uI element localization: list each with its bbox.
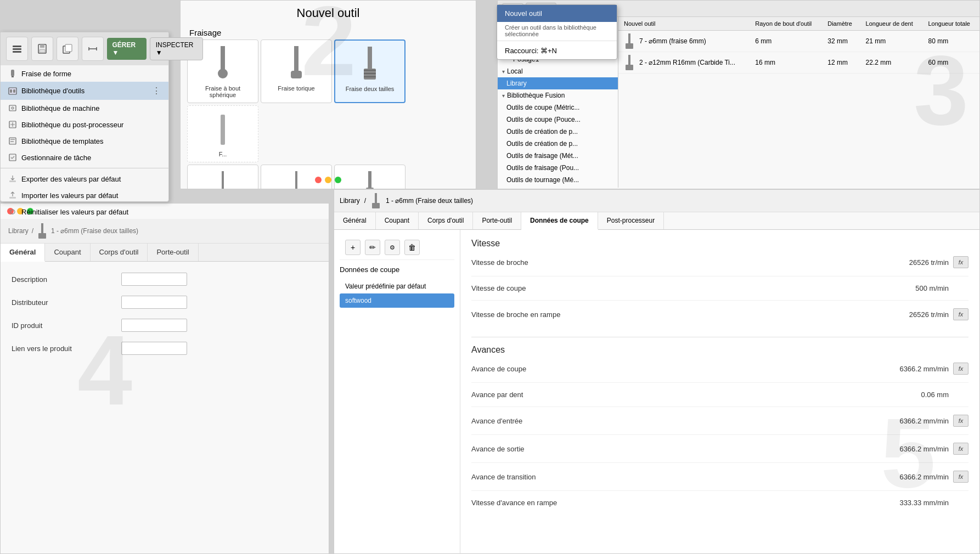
fx-btn-avance-0[interactable]: fx <box>953 363 968 375</box>
sidebar-item-bibliotheque-post[interactable]: Bibliothèque du post-processeur <box>1 116 168 133</box>
longueur-dent-2: 22.2 mm <box>860 52 923 74</box>
fx-btn-vitesse-0[interactable]: fx <box>953 256 968 268</box>
sidebar-item-reinitialiser[interactable]: Réinitialiser les valeurs par défaut <box>1 203 168 220</box>
input-id-produit[interactable] <box>121 319 187 332</box>
tl-yellow[interactable] <box>325 177 331 183</box>
tree-item-coupe-metrique[interactable]: Outils de coupe (Métric... <box>498 101 618 114</box>
avance-row-0: Avance de coupe 6366.2 mm/min fx <box>471 363 968 383</box>
vitesse-rows: Vitesse de broche 26526 tr/min fx Vitess… <box>471 256 968 328</box>
table-row-1[interactable]: 7 - ⌀6mm (fraise 6mm) 6 mm 32 mm 21 mm 8… <box>618 31 979 52</box>
tree-item-creation2[interactable]: Outils de création de p... <box>498 138 618 150</box>
preset-default[interactable]: Valeur prédéfinie par défaut <box>340 279 454 293</box>
col-diametre[interactable]: Diamètre <box>822 17 860 31</box>
svg-rect-57 <box>38 233 46 239</box>
svg-rect-25 <box>221 46 225 71</box>
tree-item-tournage-po[interactable]: Outils de tournage (Po... <box>498 186 618 188</box>
tab-corps[interactable]: Corps d'outil <box>91 244 148 261</box>
tree-item-library[interactable]: Library <box>498 77 618 89</box>
tab-porte-outil[interactable]: Porte-outil <box>148 244 198 261</box>
label-description: Description <box>12 275 121 284</box>
br-tab-general[interactable]: Général <box>334 212 376 229</box>
toolbar-btn-measure[interactable] <box>82 37 104 61</box>
col-rayon[interactable]: Rayon de bout d'outil <box>750 17 822 31</box>
toolbar-btn-save[interactable] <box>31 37 53 61</box>
fx-btn-avance-3[interactable]: fx <box>953 443 968 455</box>
inspecter-dropdown[interactable]: INSPECTER ▼ <box>150 37 204 60</box>
avance-val-0: 6366.2 mm/min <box>883 365 949 373</box>
col-longueur-dent[interactable]: Longueur de dent <box>860 17 923 31</box>
delete-btn[interactable]: 🗑 <box>404 240 420 255</box>
svg-rect-21 <box>10 141 14 142</box>
tl-red[interactable] <box>315 177 322 183</box>
table-panel: Nouvel outil Rayon de bout d'outil Diamè… <box>618 17 979 188</box>
popup-item-raccourci[interactable]: Raccourci: ⌘+N <box>497 42 617 59</box>
tl-green[interactable] <box>335 177 341 183</box>
sidebar-item-bibliotheque-outils[interactable]: Bibliothèque d'outils ⋮ <box>1 82 168 100</box>
toolbar-btn-gérer[interactable] <box>6 37 28 61</box>
form-body: Description Distributeur ID produit Lien… <box>1 262 329 376</box>
avance-val-1: 0.06 mm <box>883 391 949 399</box>
preset-softwood[interactable]: softwood <box>340 293 454 308</box>
toolbar-btn-copy[interactable] <box>57 37 78 61</box>
tree-arrow-local: ▾ <box>502 69 505 75</box>
br-breadcrumb: Library / 1 - ⌀6mm (Fraise deux tailles) <box>334 190 979 212</box>
tree-item-fraisage-pou[interactable]: Outils de fraisage (Pou... <box>498 162 618 174</box>
avances-title: Avances <box>471 345 968 355</box>
br-preset-area: Données de coupe Valeur prédéfinie par d… <box>340 260 454 313</box>
br-tab-coupe[interactable]: Données de coupe <box>521 212 598 230</box>
label-lien: Lien vers le produit <box>12 344 121 353</box>
input-description[interactable] <box>121 273 187 286</box>
fx-btn-vitesse-2[interactable]: fx <box>953 308 968 320</box>
popup-item-description: Créer un outil dans la bibliothèque séle… <box>497 22 617 39</box>
popup-item-nouvel-outil[interactable]: Nouvel outil <box>497 5 617 22</box>
vitesse-val-0: 26526 tr/min <box>883 258 949 267</box>
tree-item-fraisage-met[interactable]: Outils de fraisage (Mét... <box>498 150 618 162</box>
tool-fraise-torique[interactable]: Fraise torique <box>261 39 332 103</box>
sidebar-item-bibliotheque-machine[interactable]: Bibliothèque de machine <box>1 100 168 116</box>
sidebar-item-bibliotheque-templates[interactable]: Bibliothèque de templates <box>1 133 168 149</box>
sidebar-item-exporter[interactable]: Exporter des valeurs par défaut <box>1 171 168 187</box>
gérer-dropdown[interactable]: GÉRER ▼ <box>107 38 147 60</box>
add-btn[interactable]: + <box>345 240 361 255</box>
tree-item-local[interactable]: ▾ Local <box>498 65 618 77</box>
tree-item-coupe-pouce[interactable]: Outils de coupe (Pouce... <box>498 114 618 126</box>
br-tab-post[interactable]: Post-processeur <box>598 212 664 229</box>
edit-btn[interactable]: ✏ <box>365 240 380 255</box>
svg-rect-32 <box>364 73 376 74</box>
vitesse-val-2: 26526 tr/min <box>883 310 949 319</box>
tree-item-creation1[interactable]: Outils de création de p... <box>498 126 618 138</box>
br-toolbar: + ✏ ⚙ 🗑 <box>340 235 454 260</box>
tool-catalog: Nouvel outil 2 Fraisage Fraise à bout sp… <box>180 0 476 189</box>
svg-rect-15 <box>13 89 15 93</box>
tab-coupant[interactable]: Coupant <box>45 244 90 261</box>
label-id-produit: ID produit <box>12 321 121 330</box>
fx-btn-avance-2[interactable]: fx <box>953 415 968 427</box>
br-tab-porte-outil[interactable]: Porte-outil <box>473 212 521 229</box>
tool-img-rainurer <box>280 169 313 189</box>
sidebar-item-fraise-forme[interactable]: Fraise de forme <box>1 65 168 82</box>
tool-lollipop[interactable]: Fraise lollipop <box>187 165 258 189</box>
settings-btn[interactable]: ⚙ <box>385 240 400 255</box>
br-tab-corps[interactable]: Corps d'outil <box>419 212 473 229</box>
col-longueur-totale[interactable]: Longueur totale <box>923 17 980 31</box>
br-tab-coupant[interactable]: Coupant <box>376 212 419 229</box>
sidebar-item-gestionnaire-tache[interactable]: Gestionnaire de tâche <box>1 149 168 166</box>
dots-icon[interactable]: ⋮ <box>152 86 161 96</box>
input-lien[interactable] <box>121 342 187 355</box>
tool-img-lollipop <box>206 169 239 189</box>
tab-general[interactable]: Général <box>1 244 45 262</box>
tool-extra1[interactable]: F... <box>187 105 258 162</box>
sidebar-item-importer[interactable]: Importer les valeurs par défaut <box>1 187 168 203</box>
svg-rect-5 <box>40 49 45 53</box>
fx-btn-avance-4[interactable]: fx <box>953 471 968 483</box>
table-row-2[interactable]: 2 - ⌀12mm R16mm (Carbide Ti... 16 mm 12 … <box>618 52 979 74</box>
input-distributeur[interactable] <box>121 296 187 309</box>
tree-item-fusion[interactable]: ▾ Bibliothèque Fusion <box>498 89 618 101</box>
vitesse-key-2: Vitesse de broche en rampe <box>471 310 883 319</box>
svg-rect-52 <box>628 33 630 43</box>
col-nouvel-outil[interactable]: Nouvel outil <box>618 17 750 31</box>
tree-item-tournage-me[interactable]: Outils de tournage (Mé... <box>498 174 618 186</box>
popup-menu: Nouvel outil Créer un outil dans la bibl… <box>497 4 617 60</box>
svg-rect-40 <box>366 188 374 190</box>
tool-fraise-deux-tailles[interactable]: Fraise deux tailles <box>334 39 405 103</box>
